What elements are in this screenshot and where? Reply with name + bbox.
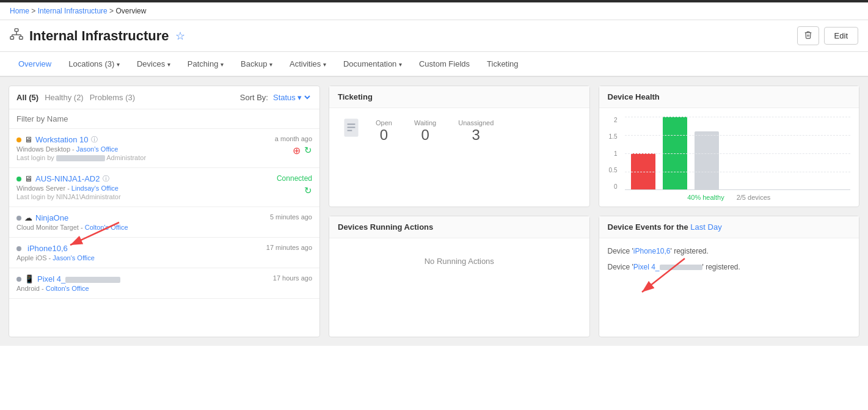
device-item: ☁ NinjaOne Cloud Monitor Target - Colton… xyxy=(9,207,319,238)
ticket-waiting: Waiting 0 xyxy=(414,119,436,144)
event-item: Device 'iPhone10,6' registered. xyxy=(608,246,851,257)
events-header: Device Events for the Last Day xyxy=(599,216,859,238)
svg-rect-2 xyxy=(20,37,23,40)
device-status-dot xyxy=(16,177,21,181)
device-status-dot xyxy=(16,216,21,221)
filter-healthy[interactable]: Healthy (2) xyxy=(45,93,84,102)
device-list-panel: All (5) Healthy (2) Problems (3) Sort By… xyxy=(9,86,320,337)
tab-overview[interactable]: Overview xyxy=(10,52,60,77)
cloud-icon: ☁ xyxy=(24,213,32,222)
tab-activities[interactable]: Activities ▾ xyxy=(281,52,335,77)
location-link[interactable]: Jason's Office xyxy=(53,254,95,262)
running-actions-panel: Devices Running Actions No Running Actio… xyxy=(329,216,590,337)
ticket-icon xyxy=(341,118,361,145)
svg-rect-1 xyxy=(10,37,14,40)
tab-ticketing[interactable]: Ticketing xyxy=(478,52,527,77)
events-body: Device 'iPhone10,6' registered. Device '… xyxy=(599,238,859,285)
tab-custom-fields[interactable]: Custom Fields xyxy=(410,52,478,77)
location-link[interactable]: Lindsay's Office xyxy=(71,185,119,192)
breadcrumb-current: Overview xyxy=(115,7,146,15)
last-day-link[interactable]: Last Day xyxy=(690,222,721,232)
ticket-unassigned: Unassigned 3 xyxy=(458,119,494,144)
action-refresh-icon[interactable]: ↻ xyxy=(304,185,312,196)
bar-gray xyxy=(695,131,719,190)
location-link[interactable]: Jason's Office xyxy=(76,145,119,153)
chart-label-devices: 2/5 devices xyxy=(737,194,771,201)
tab-devices[interactable]: Devices ▾ xyxy=(128,52,179,77)
health-header: Device Health xyxy=(599,86,859,108)
device-name-workstation10[interactable]: Workstation 10 xyxy=(35,135,88,144)
event-link-pixel[interactable]: Pixel 4_ xyxy=(633,263,702,271)
chart-label-healthy: 40% healthy xyxy=(687,194,724,201)
tab-locations[interactable]: Locations (3) ▾ xyxy=(60,52,128,77)
top-row: Ticketing Open 0 xyxy=(329,86,859,207)
filter-problems[interactable]: Problems (3) xyxy=(90,93,135,102)
device-name-pixel[interactable]: Pixel 4_ xyxy=(37,274,120,284)
tab-backup[interactable]: Backup ▾ xyxy=(232,52,281,77)
ticketing-body: Open 0 Waiting 0 Unassigned 3 xyxy=(329,108,589,155)
nav-tabs: Overview Locations (3) ▾ Devices ▾ Patch… xyxy=(0,52,868,77)
event-link-iphone[interactable]: iPhone10,6 xyxy=(633,247,671,255)
info-icon[interactable]: ⓘ xyxy=(91,135,98,144)
action-alert-icon[interactable]: ⊕ xyxy=(293,145,301,156)
list-filter-header: All (5) Healthy (2) Problems (3) Sort By… xyxy=(9,86,319,109)
tab-patching[interactable]: Patching ▾ xyxy=(179,52,232,77)
device-name-ninjaone[interactable]: NinjaOne xyxy=(35,213,68,222)
filter-input[interactable] xyxy=(9,109,319,129)
bottom-row: Devices Running Actions No Running Actio… xyxy=(329,216,859,337)
svg-rect-0 xyxy=(15,29,18,32)
breadcrumb: Home > Internal Infrastructure > Overvie… xyxy=(0,2,868,20)
main-content: All (5) Healthy (2) Problems (3) Sort By… xyxy=(0,77,868,346)
page-header: Internal Infrastructure ☆ Edit xyxy=(0,20,868,52)
device-status-dot xyxy=(16,246,21,251)
breadcrumb-infra[interactable]: Internal Infrastructure xyxy=(38,7,108,15)
device-health-panel: Device Health 2 1.5 1 0.5 0 xyxy=(599,86,860,207)
page-title: Internal Infrastructure xyxy=(29,28,169,44)
filter-all[interactable]: All (5) xyxy=(16,93,38,102)
action-refresh-icon[interactable]: ↻ xyxy=(304,145,312,156)
windows-icon: 🖥 xyxy=(24,174,32,183)
device-name-iphone[interactable]: iPhone10,6 xyxy=(27,244,68,253)
device-status-dot xyxy=(16,277,21,282)
device-item-iphone: iPhone10,6 Apple iOS - Jason's Office 17… xyxy=(9,238,319,268)
breadcrumb-home[interactable]: Home xyxy=(10,7,29,15)
sort-label: Sort By: xyxy=(240,93,268,102)
actions-body: No Running Actions xyxy=(329,238,589,284)
ticketing-header: Ticketing xyxy=(329,86,589,108)
tab-documentation[interactable]: Documentation ▾ xyxy=(335,52,410,77)
device-item: 🖥 Workstation 10 ⓘ Windows Desktop - Jas… xyxy=(9,129,319,168)
network-icon xyxy=(10,27,23,44)
actions-header: Devices Running Actions xyxy=(329,216,589,238)
ticketing-panel: Ticketing Open 0 xyxy=(329,86,590,207)
ticket-open: Open 0 xyxy=(376,119,392,144)
edit-button[interactable]: Edit xyxy=(824,27,858,45)
health-body: 2 1.5 1 0.5 0 xyxy=(599,108,859,206)
device-name-ad2[interactable]: AUS-NINJA1-AD2 xyxy=(35,174,100,183)
device-status-dot xyxy=(16,137,21,142)
device-events-panel: Device Events for the Last Day Device 'i… xyxy=(599,216,860,337)
location-link[interactable]: Colton's Office xyxy=(85,224,128,231)
info-icon[interactable]: ⓘ xyxy=(103,174,109,183)
star-icon[interactable]: ☆ xyxy=(175,29,185,43)
location-link[interactable]: Colton's Office xyxy=(46,285,89,292)
android-icon: 📱 xyxy=(24,274,34,284)
device-item: 🖥 AUS-NINJA1-AD2 ⓘ Windows Server - Lind… xyxy=(9,168,319,207)
right-panels: Ticketing Open 0 xyxy=(329,86,859,337)
sort-select[interactable]: Status ▾ xyxy=(271,92,312,103)
windows-icon: 🖥 xyxy=(24,135,32,144)
event-item: Device 'Pixel 4_' registered. xyxy=(608,262,851,273)
device-item-pixel: 📱 Pixel 4_ Android - Colton's Office 17 … xyxy=(9,268,319,299)
trash-button[interactable] xyxy=(797,26,819,45)
